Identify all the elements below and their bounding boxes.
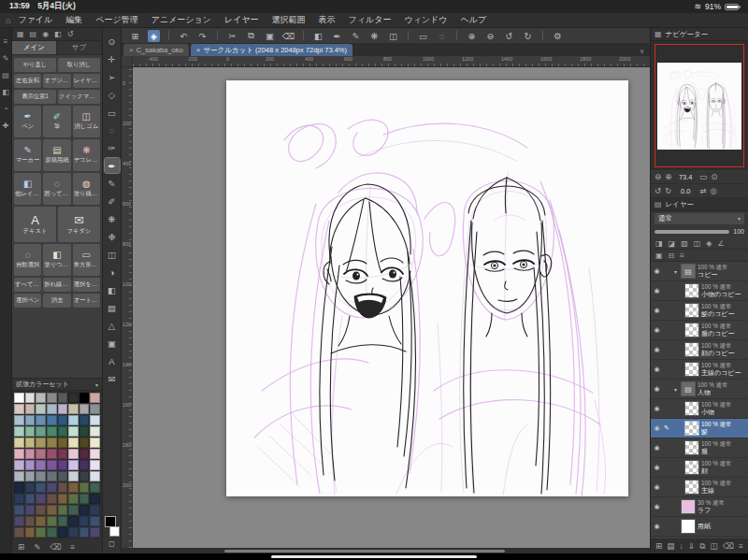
menu-item[interactable]: ウィンドウ [404,14,447,26]
color-swatch[interactable] [14,415,24,425]
color-swatch[interactable] [25,471,36,481]
close-tab-icon[interactable]: × [129,46,134,54]
color-swatch[interactable] [47,393,57,403]
color-swatch[interactable] [25,426,36,437]
color-swatch[interactable] [90,505,100,515]
layer-mask-icon[interactable]: ◫ [711,541,718,551]
color-swatch[interactable] [68,438,79,448]
color-swatch[interactable] [90,527,100,538]
color-swatch[interactable] [47,505,57,515]
quick-access-button[interactable]: ✒ペン [14,106,41,137]
quick-access-button[interactable]: 選択を解除 [73,278,100,292]
subtool-panel-icon[interactable]: ▤ [30,30,37,38]
layer-thumbnail[interactable] [684,323,699,337]
quick-access-button[interactable]: 折れ線選択 [43,278,70,292]
color-swatch[interactable] [58,415,68,425]
quick-access-button[interactable]: すべて選択 [14,278,41,292]
menu-item[interactable]: ページ管理 [95,14,137,26]
color-swatch[interactable] [47,516,57,526]
color-swatch[interactable] [90,393,100,403]
quick-access-button[interactable]: 表示位置1 [14,90,56,104]
color-swatch[interactable] [79,460,90,470]
fit-to-screen-button-icon[interactable]: ▭ [699,172,707,181]
folder-expand-arrow-icon[interactable]: ▾ [672,268,679,275]
layer-row[interactable]: ◉100 % 通常主線 [651,478,748,497]
color-panel-icon[interactable]: ◧ [54,30,62,38]
move-layer-tool-icon[interactable]: ◇ [105,87,120,102]
quick-access-button[interactable]: 消去 [43,294,70,308]
sub-color-chip[interactable] [109,526,120,537]
color-swatch[interactable] [79,438,90,448]
enable-ruler-icon[interactable]: ∠ [717,239,724,248]
color-swatch[interactable] [25,505,36,515]
cut-icon[interactable]: ✂ [226,30,238,42]
command-bar-handle-icon[interactable]: ≡ [4,37,8,46]
delete-color-icon[interactable]: ⌫ [50,542,61,552]
current-colors[interactable] [105,516,120,537]
scrollbar-handle[interactable] [224,550,505,553]
color-swatch[interactable] [14,404,24,414]
layer-row[interactable]: ◉✎100 % 通常髪 [651,419,748,438]
pencil-tool-icon[interactable]: ✎ [105,176,120,191]
layer-thumbnail[interactable] [684,401,699,416]
brush-size-panel-icon[interactable]: ◉ [42,30,49,38]
color-swatch[interactable] [90,482,100,493]
color-swatch[interactable] [36,527,46,538]
quick-access-button[interactable]: クイックマスク [58,90,100,104]
layer-thumbnail[interactable] [684,480,699,495]
color-dock-icon[interactable]: ◧ [2,88,9,96]
color-swatch[interactable] [79,449,90,459]
color-swatch[interactable] [79,415,90,425]
color-swatch[interactable] [47,471,57,481]
layer-color-icon[interactable]: ▣ [655,251,663,260]
quick-access-button[interactable]: ▭長方形選択 [73,244,100,276]
layer-row[interactable]: ◉100 % 通常服のコピー [651,321,748,340]
rotate-left-button-icon[interactable]: ↺ [654,186,661,195]
layer-visibility-eye-icon[interactable]: ◉ [653,523,661,530]
color-swatch[interactable] [68,404,79,414]
color-swatch[interactable] [68,494,79,504]
quick-access-button[interactable]: ◫消しゴム [73,106,100,137]
figure-tool-icon[interactable]: △ [105,318,120,333]
zoom-out-icon[interactable]: ⊖ [484,30,496,42]
canvas-artwork[interactable] [226,80,628,496]
color-swatch[interactable] [90,438,100,448]
layer-thumbnail[interactable] [684,342,699,357]
color-swatch[interactable] [58,471,68,481]
edit-shortcut-icon[interactable]: ✎ [3,54,9,63]
palette-dock-icon[interactable]: ▤ [2,71,9,79]
edit-color-icon[interactable]: ✎ [34,542,40,552]
color-swatch[interactable] [68,415,79,425]
navigator-preview[interactable] [651,41,748,170]
quick-access-button[interactable]: 取り消し [58,58,100,72]
layer-thumbnail[interactable] [681,499,696,514]
color-swatch[interactable] [68,460,79,470]
operation-tool-icon[interactable]: ➢ [105,69,120,84]
layer-visibility-eye-icon[interactable]: ◉ [653,503,661,510]
color-swatch[interactable] [47,460,57,470]
color-swatch[interactable] [79,393,90,403]
layer-visibility-eye-icon[interactable]: ◉ [653,483,661,491]
lasso-select-icon[interactable]: ◌ [436,30,448,42]
color-swatch[interactable] [90,404,100,414]
history-panel-icon[interactable]: ↺ [67,30,74,38]
quick-access-button[interactable]: ✎マーカー [14,139,41,171]
menu-item[interactable]: レイヤー [224,14,259,26]
layer-visibility-eye-icon[interactable]: ◉ [653,424,661,432]
color-swatch[interactable] [36,426,46,437]
layer-thumbnail[interactable] [684,440,699,455]
color-swatch[interactable] [58,460,68,470]
add-shortcut-icon[interactable]: ✚ [3,122,9,130]
color-swatch[interactable] [47,482,57,493]
frame-border-tool-icon[interactable]: ▣ [105,336,120,351]
layer-thumbnail[interactable] [684,283,699,298]
clip-to-layer-below-icon[interactable]: ◨ [655,239,663,248]
color-swatch[interactable] [36,494,46,504]
color-swatch[interactable] [36,404,46,414]
color-swatch[interactable] [68,471,79,481]
rotate-left-icon[interactable]: ↺ [503,30,515,42]
palette-options-icon[interactable]: ≡ [680,251,684,260]
rect-select-icon[interactable]: ▭ [417,30,429,42]
color-swatch[interactable] [79,471,90,481]
layer-thumbnail[interactable] [684,303,699,318]
